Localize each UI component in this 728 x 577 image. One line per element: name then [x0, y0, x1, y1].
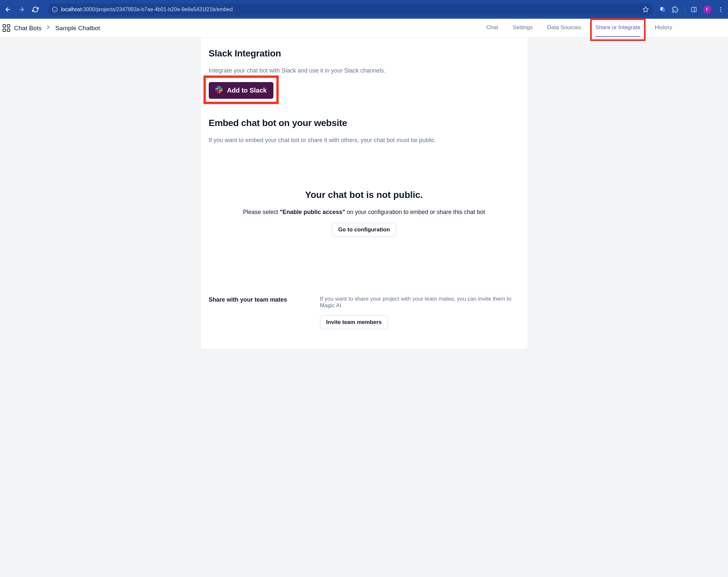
breadcrumb: Chat Bots Sample Chatbot: [3, 24, 100, 32]
profile-avatar[interactable]: F: [703, 5, 711, 14]
extensions-icon[interactable]: [672, 6, 678, 13]
translate-icon[interactable]: [659, 6, 666, 13]
embed-section-title: Embed chat bot on your website: [209, 118, 520, 128]
svg-point-9: [720, 9, 721, 10]
not-public-desc: Please select "Enable public access" on …: [209, 209, 520, 216]
svg-marker-3: [643, 6, 649, 12]
tabs: Chat Settings Data Sources Share or Inte…: [487, 24, 672, 32]
team-share-desc: If you want to share your project with y…: [320, 296, 520, 309]
svg-rect-5: [662, 8, 665, 11]
add-to-slack-button[interactable]: Add to Slack: [209, 82, 274, 99]
breadcrumb-root[interactable]: Chat Bots: [14, 25, 41, 32]
site-info-icon[interactable]: [52, 6, 58, 12]
menu-dots-icon[interactable]: [718, 6, 724, 13]
back-button[interactable]: [4, 6, 12, 14]
team-share-section: Share with your team mates If you want t…: [209, 296, 520, 329]
tab-share[interactable]: Share or Integrate: [595, 24, 640, 32]
svg-point-8: [720, 7, 721, 8]
divider: [684, 6, 685, 14]
invite-team-members-button[interactable]: Invite team members: [320, 315, 388, 329]
highlight-annotation: [590, 18, 646, 41]
breadcrumb-current: Sample Chatbot: [55, 25, 100, 32]
content-area: Slack Integration Integrate your chat bo…: [201, 38, 527, 349]
slack-icon: [215, 86, 223, 95]
slack-section-desc: Integrate your chat bot with Slack and u…: [209, 67, 520, 74]
app-grid-icon[interactable]: [3, 24, 10, 32]
go-to-configuration-button[interactable]: Go to configuration: [332, 223, 396, 237]
chevron-right-icon: [45, 24, 51, 32]
browser-chrome: localhost:3000/projects/2347893a-b7ae-4b…: [0, 0, 728, 19]
slack-section-title: Slack Integration: [209, 48, 520, 59]
url-bar[interactable]: localhost:3000/projects/2347893a-b7ae-4b…: [47, 4, 653, 16]
team-share-label: Share with your team mates: [209, 296, 287, 303]
forward-button[interactable]: [18, 6, 26, 14]
tab-history[interactable]: History: [655, 24, 672, 32]
bookmark-star-icon[interactable]: [642, 6, 649, 13]
svg-point-10: [720, 11, 721, 12]
sidepanel-icon[interactable]: [691, 6, 697, 13]
not-public-notice: Your chat bot is not public. Please sele…: [209, 190, 520, 237]
reload-button[interactable]: [31, 6, 40, 14]
page-header: Chat Bots Sample Chatbot Chat Settings D…: [0, 19, 728, 38]
tab-data-sources[interactable]: Data Sources: [547, 24, 581, 32]
tab-chat[interactable]: Chat: [487, 24, 498, 32]
embed-section-desc: If you want to embed your chat bot or sh…: [209, 137, 520, 144]
url-text: localhost:3000/projects/2347893a-b7ae-4b…: [61, 6, 639, 12]
tab-settings[interactable]: Settings: [513, 24, 533, 32]
not-public-title: Your chat bot is not public.: [209, 190, 520, 200]
slack-button-label: Add to Slack: [227, 87, 267, 94]
svg-rect-6: [692, 7, 697, 11]
